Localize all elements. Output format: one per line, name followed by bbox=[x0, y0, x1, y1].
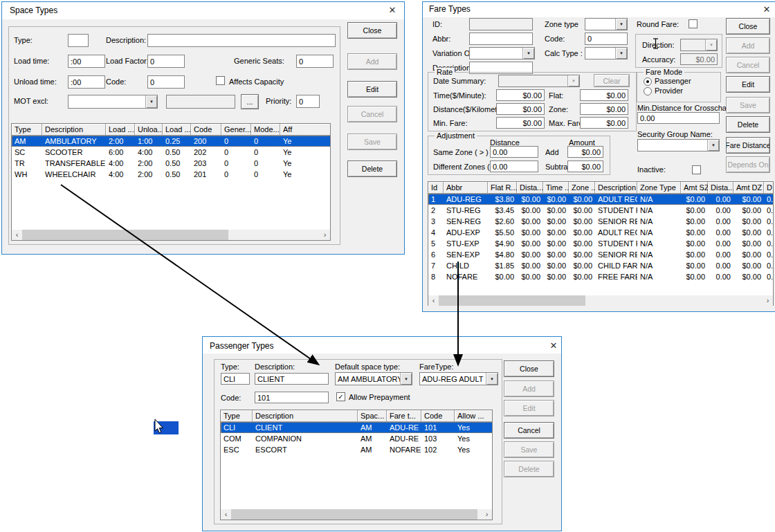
column-header[interactable]: Gener... bbox=[221, 124, 251, 136]
delete-button[interactable]: Delete bbox=[504, 461, 554, 477]
dropdown-arrow-icon[interactable]: ▼ bbox=[707, 140, 719, 151]
delete-button[interactable]: Delete bbox=[726, 116, 770, 133]
column-header[interactable]: Allow ... bbox=[455, 410, 493, 422]
scroll-left-icon[interactable]: ‹ bbox=[12, 230, 22, 240]
default-space-type-select[interactable]: AM AMBULATORY ▼ bbox=[335, 372, 412, 385]
passenger-radio[interactable] bbox=[644, 77, 652, 86]
scroll-right-icon[interactable]: › bbox=[320, 230, 330, 240]
save-button[interactable]: Save bbox=[347, 134, 397, 150]
affects-capacity-checkbox[interactable] bbox=[216, 76, 225, 85]
calc-type-select[interactable]: ▼ bbox=[585, 47, 628, 59]
generic-seats-field[interactable]: 0 bbox=[296, 55, 334, 68]
cancel-button[interactable]: Cancel bbox=[504, 422, 554, 439]
dropdown-arrow-icon[interactable]: ▼ bbox=[615, 19, 627, 30]
clear-button[interactable]: Clear bbox=[594, 74, 630, 87]
zone-type-select[interactable]: ▼ bbox=[585, 18, 628, 30]
scroll-thumb[interactable] bbox=[22, 230, 228, 240]
table-row[interactable]: 1ADU-REG$3.80$0.00$0.00$0.00ADULT REGUN/… bbox=[428, 194, 774, 205]
flat-field[interactable]: $0.00 bbox=[580, 89, 628, 101]
column-header[interactable]: Type bbox=[221, 410, 253, 422]
load-factor-field[interactable]: 0 bbox=[147, 55, 185, 68]
table-row[interactable]: 5STU-EXP$4.90$0.00$0.00$0.00STUDENT REN/… bbox=[428, 238, 774, 249]
scroll-left-icon[interactable]: ‹ bbox=[221, 509, 231, 520]
mot-excl-select[interactable]: ▼ bbox=[68, 95, 158, 109]
table-row[interactable]: SCSCOOTER6:004:000.5020200Ye bbox=[12, 147, 331, 158]
column-header[interactable]: Load ... bbox=[163, 124, 191, 136]
fare-types-table[interactable]: IdAbbrFlat R...Dista...Time ...Zone ...D… bbox=[428, 181, 774, 306]
column-header[interactable]: Type bbox=[12, 124, 42, 136]
edit-button[interactable]: Edit bbox=[504, 400, 554, 416]
fare-distance-button[interactable]: Fare Distance bbox=[726, 137, 770, 154]
column-header[interactable]: Dista... bbox=[708, 182, 733, 194]
column-header[interactable]: Id bbox=[428, 182, 444, 194]
close-button[interactable]: Close bbox=[504, 360, 554, 377]
add-button[interactable]: Add bbox=[726, 37, 770, 54]
save-button[interactable]: Save bbox=[504, 441, 554, 458]
delete-button[interactable]: Delete bbox=[347, 160, 397, 177]
abbr-field[interactable] bbox=[469, 33, 533, 45]
table-row[interactable]: CLICLIENTAMADU-RE101Yes bbox=[221, 422, 493, 433]
table-row[interactable]: TRTRANSFERABLE4:002:000.5020300Ye bbox=[12, 158, 331, 169]
description-field[interactable] bbox=[147, 34, 336, 47]
time-rate-field[interactable]: $0.00 bbox=[496, 89, 545, 101]
same-zone-distance-field[interactable]: 0.00 bbox=[490, 146, 538, 158]
type-field[interactable] bbox=[68, 34, 89, 47]
space-types-titlebar[interactable] bbox=[2, 2, 404, 19]
dropdown-arrow-icon[interactable]: ▼ bbox=[400, 373, 412, 385]
fare-code-field[interactable]: 0 bbox=[585, 33, 628, 45]
fare-type-select[interactable]: ADU-REG ADULT ▼ bbox=[419, 372, 498, 385]
column-header[interactable]: Fare t... bbox=[387, 410, 421, 422]
column-header[interactable]: D bbox=[764, 182, 774, 194]
fare-types-titlebar[interactable] bbox=[423, 2, 775, 17]
dropdown-arrow-icon[interactable]: ▼ bbox=[486, 373, 498, 385]
allow-prepayment-checkbox[interactable]: ✓ bbox=[336, 392, 345, 401]
depends-on-button[interactable]: Depends On bbox=[726, 156, 770, 173]
table-row[interactable]: 3SEN-REG$2.60$0.00$0.00$0.00SENIOR REGUN… bbox=[428, 216, 774, 227]
close-icon[interactable]: ✕ bbox=[385, 5, 400, 16]
load-time-field[interactable]: :00 bbox=[68, 55, 105, 68]
table-row[interactable]: 4ADU-EXP$5.50$0.00$0.00$0.00ADULT REGUN/… bbox=[428, 227, 774, 238]
close-button[interactable]: Close bbox=[347, 22, 397, 39]
table-row[interactable]: 6SEN-EXP$4.80$0.00$0.00$0.00SENIOR REGUN… bbox=[428, 249, 774, 260]
column-header[interactable]: Mode... bbox=[251, 124, 280, 136]
column-header[interactable]: Spac... bbox=[358, 410, 387, 422]
variation-of-select[interactable]: ▼ bbox=[469, 47, 535, 59]
column-header[interactable]: Load ... bbox=[106, 124, 135, 136]
column-header[interactable]: Description bbox=[595, 182, 637, 194]
column-header[interactable]: Amt DZ bbox=[733, 182, 764, 194]
distance-rate-field[interactable]: $0.00 bbox=[496, 103, 545, 115]
column-header[interactable]: Dista... bbox=[517, 182, 543, 194]
cancel-button[interactable]: Cancel bbox=[347, 106, 397, 122]
table-row[interactable]: ESCESCORTAMNOFARE102Yes bbox=[221, 444, 493, 455]
scroll-thumb[interactable] bbox=[439, 295, 585, 306]
column-header[interactable]: Zone ... bbox=[569, 182, 595, 194]
min-fare-field[interactable]: $0.00 bbox=[496, 117, 545, 129]
edit-button[interactable]: Edit bbox=[726, 76, 770, 93]
unload-time-field[interactable]: :00 bbox=[68, 75, 105, 89]
column-header[interactable]: Description bbox=[42, 124, 106, 136]
max-fare-field[interactable]: $0.00 bbox=[580, 117, 628, 129]
column-header[interactable]: Amt SZ bbox=[681, 182, 708, 194]
save-button[interactable]: Save bbox=[726, 97, 770, 113]
column-header[interactable]: Code bbox=[421, 410, 455, 422]
table-row[interactable]: 8NOFARE$0.00$0.00$0.00$0.00FREE FAREN/A$… bbox=[428, 271, 774, 282]
provider-radio[interactable] bbox=[644, 87, 652, 95]
pcode-field[interactable]: 101 bbox=[255, 392, 329, 403]
column-header[interactable]: Zone Type bbox=[637, 182, 681, 194]
column-header[interactable]: Abbr bbox=[444, 182, 488, 194]
round-fare-checkbox[interactable] bbox=[689, 19, 698, 28]
close-button[interactable]: Close bbox=[726, 18, 770, 35]
column-header[interactable]: Flat R... bbox=[488, 182, 517, 194]
scroll-thumb[interactable] bbox=[231, 509, 477, 520]
column-header[interactable]: Description bbox=[253, 410, 358, 422]
add-button[interactable]: Add bbox=[504, 380, 554, 397]
column-header[interactable]: Time ... bbox=[543, 182, 569, 194]
subtract-amount-field[interactable]: $0.00 bbox=[567, 160, 603, 172]
column-header[interactable]: Unloa... bbox=[135, 124, 163, 136]
security-group-select[interactable]: ▼ bbox=[637, 139, 720, 152]
dropdown-arrow-icon[interactable]: ▼ bbox=[522, 48, 534, 59]
priority-field[interactable]: 0 bbox=[296, 95, 320, 108]
add-amount-field[interactable]: $0.00 bbox=[567, 146, 603, 158]
table-row[interactable]: COMCOMPANIONAMADU-RE103Yes bbox=[221, 433, 493, 444]
browse-button[interactable]: ... bbox=[241, 94, 259, 109]
